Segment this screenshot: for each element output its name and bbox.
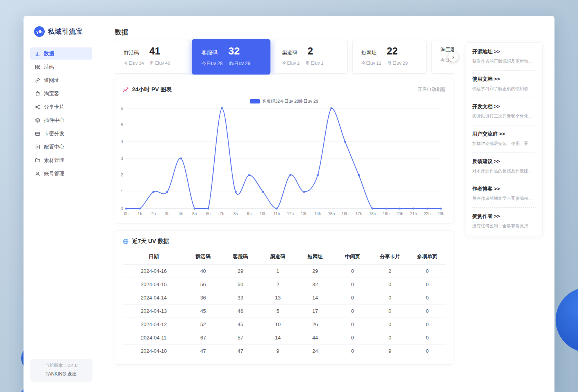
table-card-header: 近7天 UV 数据 [115,231,453,245]
pv-chart-card: 24小时 PV 图表 开启自动刷新 客服码32今日uv 28昨日uv 29 01… [115,79,453,223]
table-cell: 2 [371,264,408,278]
sidebar-item-label: 活码 [44,64,54,71]
app-name: 私域引流宝 [48,27,83,36]
link-title: 开源地址 >> [472,48,536,55]
sidebar-item-label: 配置中心 [44,143,64,151]
link-item-donate[interactable]: 赞赏作者 >> 没有任何盈利，全靠赞赏支持... [472,208,536,235]
table-cell: 29 [297,264,334,278]
table-cell: 45 [222,318,259,331]
resource-links-panel: 开源地址 >> 获取作者的正版源码及更新动... 使用文档 >> 快速学习和了解… [466,42,543,236]
chart-title: 24小时 PV 图表 [132,86,172,93]
auto-refresh-toggle[interactable]: 开启自动刷新 [417,86,446,93]
table-column-header: 日期 [123,250,185,264]
svg-text:3: 3 [121,156,123,161]
sidebar-item-live-code[interactable]: 活码 [30,61,92,73]
table-cell: 0 [334,318,371,331]
table-row: 2024-04-155650232000 [123,278,446,291]
sidebar-item-material[interactable]: 素材管理 [30,154,92,166]
svg-text:19h: 19h [383,211,390,216]
stat-card-channel-code[interactable]: 渠道码 2 今日uv 2 昨日uv 1 [273,40,348,74]
table-header-row: 日期群活码客服码渠道码短网址中间页分享卡片多项单页 [123,250,446,264]
sidebar-item-data[interactable]: 数据 [30,47,92,60]
stat-card-service-code[interactable]: 客服码 32 今日uv 28 昨日uv 29 [192,39,270,75]
link-item-user-group[interactable]: 用户交流群 >> 加群讨论部署安装、使用、开... [472,125,536,153]
sidebar-item-share-card[interactable]: 分享卡片 [30,101,92,113]
table-cell: 1 [259,264,296,278]
sidebar-item-short-url[interactable]: 短网址 [30,74,92,86]
table-cell: 56 [185,278,222,291]
trend-chart-icon [123,87,129,93]
stat-yesterday-uv: 昨日uv 1 [306,60,324,66]
link-item-feedback[interactable]: 反馈建议 >> 对本开源作品的反馈及开发建... [472,153,536,180]
table-cell: 67 [185,331,222,344]
chevron-right-icon: › [452,54,454,60]
sidebar-menu: 数据 活码 短网址 淘宝客 分享卡片 插件中心 [24,47,99,180]
page-title: 数据 [115,28,128,37]
sidebar-item-account[interactable]: 账号管理 [30,167,92,180]
table-cell: 17 [297,304,334,318]
table-cell: 2024-04-16 [123,264,185,278]
svg-text:0: 0 [121,206,123,211]
svg-text:6: 6 [121,106,123,111]
table-cell: 0 [334,304,371,318]
table-cell: 47 [222,344,259,358]
table-cell: 0 [409,331,446,344]
document-icon [35,144,40,150]
table-cell: 9 [259,344,296,358]
table-cell: 13 [259,291,296,304]
app-window: ylb 私域引流宝 数据 活码 短网址 淘宝客 分享卡片 [24,16,554,392]
table-column-header: 短网址 [297,250,334,264]
table-cell: 0 [371,291,408,304]
table-cell: 0 [409,291,446,304]
table-cell: 2024-04-13 [123,304,185,318]
svg-text:20h: 20h [397,211,404,216]
sidebar-item-card-key[interactable]: 卡密分发 [30,127,92,140]
svg-text:4: 4 [121,139,123,144]
link-item-author-blog[interactable]: 作者博客 >> 关注作者的博客学习开发编程... [472,180,536,208]
table-cell: 45 [185,304,222,318]
sidebar-item-config-center[interactable]: 配置中心 [30,141,92,153]
table-cell: 29 [222,264,259,278]
svg-text:16h: 16h [342,211,349,216]
table-row: 2024-04-1436331314000 [123,291,446,304]
table-cell: 9 [371,344,408,358]
stat-card-value: 2 [308,46,313,56]
stat-card-short-url[interactable]: 短网址 22 今日uv 12 昨日uv 29 [352,40,427,74]
share-icon [35,104,40,110]
stat-card-title: 客服码 [201,49,217,56]
svg-text:0h: 0h [124,211,129,216]
table-cell: 0 [409,304,446,318]
sidebar-item-label: 账号管理 [44,170,64,177]
sidebar-item-label: 短网址 [44,77,59,84]
svg-text:3h: 3h [165,211,170,216]
svg-text:21h: 21h [410,211,417,216]
chart-card-header: 24小时 PV 图表 开启自动刷新 [115,79,453,93]
table-cell: 57 [222,331,259,344]
sidebar-item-plugin-center[interactable]: 插件中心 [30,114,92,126]
table-cell: 2024-04-15 [123,278,185,291]
legend-marker [250,99,260,103]
table-cell: 26 [297,318,334,331]
stat-card-value: 22 [387,46,398,56]
svg-text:1h: 1h [138,211,142,216]
link-desc: 快速学习和了解正确的使用姿... [472,86,536,92]
table-row: 2024-04-164029129020 [123,264,446,278]
table-cell: 2024-04-14 [123,291,185,304]
logout-link[interactable]: TANKING 退出 [30,371,92,377]
link-item-usage-docs[interactable]: 使用文档 >> 快速学习和了解正确的使用姿... [472,71,536,98]
table-column-header: 中间页 [334,250,371,264]
stat-card-group-code[interactable]: 群活码 41 今日uv 34 昨日uv 40 [115,40,189,74]
link-item-source-code[interactable]: 开源地址 >> 获取作者的正版源码及更新动... [472,43,536,71]
table-cell: 14 [259,331,296,344]
chart-legend[interactable]: 客服码32今日uv 28昨日uv 29 [115,98,453,104]
sidebar-item-label: 数据 [44,50,54,57]
stats-next-button[interactable]: › [448,52,458,62]
svg-text:15h: 15h [328,211,335,216]
sidebar-item-label: 插件中心 [44,117,64,124]
pv-line-chart: 01234560h1h2h3h4h5h6h7h8h9h10h11h12h13h1… [115,106,454,219]
table-cell: 32 [297,278,334,291]
sidebar-item-taoke[interactable]: 淘宝客 [30,87,92,100]
link-item-dev-docs[interactable]: 开发文档 >> 阅读以进行二次开发和个性化... [472,98,536,125]
svg-text:11h: 11h [274,211,280,216]
table-cell: 33 [222,291,259,304]
